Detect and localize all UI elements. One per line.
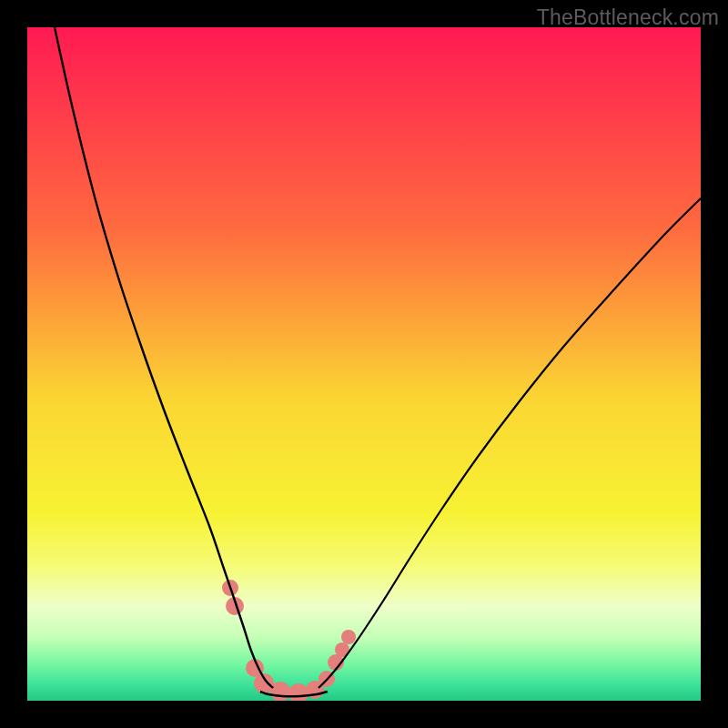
bottleneck-chart bbox=[27, 27, 701, 701]
gradient-background bbox=[27, 27, 701, 701]
watermark-text: TheBottleneck.com bbox=[537, 5, 719, 30]
highlight-dot bbox=[270, 682, 290, 701]
outer-frame: TheBottleneck.com bbox=[0, 0, 728, 728]
plot-area bbox=[27, 27, 701, 701]
highlight-dot bbox=[341, 630, 356, 644]
